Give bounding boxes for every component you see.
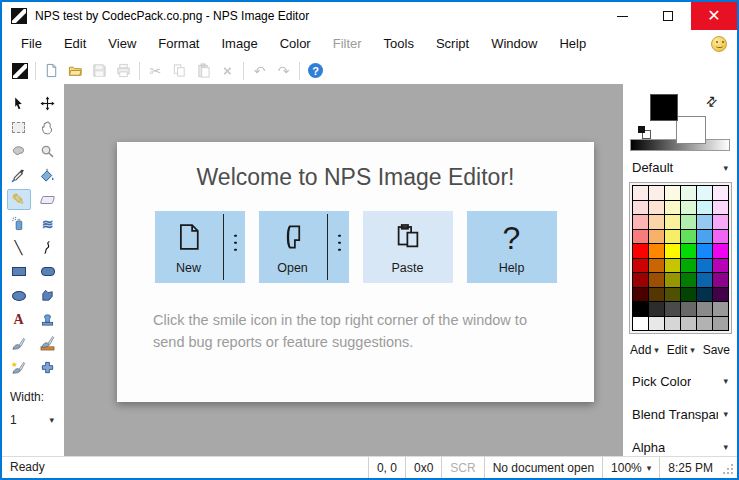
palette-color-11[interactable]: [713, 201, 728, 215]
palette-color-54[interactable]: [633, 317, 648, 331]
palette-color-27[interactable]: [681, 244, 696, 258]
palette-color-51[interactable]: [681, 302, 696, 316]
tool-rounded-rectangle[interactable]: [36, 261, 60, 282]
palette-color-26[interactable]: [665, 244, 680, 258]
palette-color-42[interactable]: [633, 288, 648, 302]
palette-color-9[interactable]: [681, 201, 696, 215]
help-button[interactable]: ?: [304, 60, 327, 82]
tool-line[interactable]: ╲: [7, 237, 31, 258]
tile-dropdown-dots-icon[interactable]: [234, 234, 237, 251]
tool-brush[interactable]: [7, 333, 31, 354]
palette-color-33[interactable]: [681, 259, 696, 273]
smiley-feedback-icon[interactable]: [711, 36, 727, 52]
tool-polygon[interactable]: [36, 285, 60, 306]
palette-action-edit[interactable]: Edit▾: [667, 343, 695, 357]
pick-color-dropdown[interactable]: Pick Color▾: [623, 372, 737, 390]
palette-color-2[interactable]: [665, 186, 680, 200]
tool-ellipse[interactable]: [7, 285, 31, 306]
blend-transparency-dropdown[interactable]: Blend Transparency▾: [623, 405, 737, 423]
palette-color-32[interactable]: [665, 259, 680, 273]
menu-item-help[interactable]: Help: [548, 32, 597, 55]
palette-color-31[interactable]: [649, 259, 664, 273]
palette-color-45[interactable]: [681, 288, 696, 302]
palette-color-5[interactable]: [713, 186, 728, 200]
welcome-tile-help[interactable]: ?Help: [467, 211, 557, 283]
close-button[interactable]: ✕: [691, 2, 737, 30]
palette-color-3[interactable]: [681, 186, 696, 200]
palette-color-39[interactable]: [681, 273, 696, 287]
palette-action-save[interactable]: Save: [703, 343, 730, 357]
welcome-tile-paste[interactable]: Paste: [363, 211, 453, 283]
palette-action-add[interactable]: Add▾: [630, 343, 659, 357]
tool-rectangle[interactable]: [7, 261, 31, 282]
palette-color-34[interactable]: [697, 259, 712, 273]
background-color-swatch[interactable]: [676, 116, 706, 144]
menu-item-edit[interactable]: Edit: [53, 32, 97, 55]
resize-grip[interactable]: [721, 457, 737, 478]
palette-color-37[interactable]: [649, 273, 664, 287]
tool-smudge[interactable]: ≋: [36, 213, 60, 234]
maximize-button[interactable]: [645, 2, 691, 30]
tool-pan[interactable]: [36, 117, 60, 138]
palette-color-19[interactable]: [649, 230, 664, 244]
palette-color-24[interactable]: [633, 244, 648, 258]
tile-dropdown-dots-icon[interactable]: [338, 234, 341, 251]
tool-select[interactable]: [7, 93, 31, 114]
palette-color-57[interactable]: [681, 317, 696, 331]
palette-color-30[interactable]: [633, 259, 648, 273]
tool-add-shape[interactable]: [36, 357, 60, 378]
welcome-tile-new[interactable]: New: [155, 211, 245, 283]
tool-spray[interactable]: [7, 213, 31, 234]
app-logo-button[interactable]: [8, 60, 31, 82]
tool-texture-brush[interactable]: [36, 333, 60, 354]
foreground-color-swatch[interactable]: [650, 94, 678, 121]
menu-item-tools[interactable]: Tools: [373, 32, 425, 55]
palette-color-43[interactable]: [649, 288, 664, 302]
palette-color-35[interactable]: [713, 259, 728, 273]
palette-color-15[interactable]: [681, 215, 696, 229]
menu-item-image[interactable]: Image: [210, 32, 268, 55]
palette-color-20[interactable]: [665, 230, 680, 244]
palette-color-25[interactable]: [649, 244, 664, 258]
tool-fill[interactable]: [36, 165, 60, 186]
open-button[interactable]: [64, 60, 87, 82]
palette-color-59[interactable]: [713, 317, 728, 331]
tool-rect-select[interactable]: [7, 117, 31, 138]
palette-color-56[interactable]: [665, 317, 680, 331]
palette-preset-dropdown[interactable]: Default ▾: [623, 160, 737, 175]
palette-color-29[interactable]: [713, 244, 728, 258]
menu-item-file[interactable]: File: [10, 32, 53, 55]
palette-color-10[interactable]: [697, 201, 712, 215]
palette-color-23[interactable]: [713, 230, 728, 244]
palette-color-0[interactable]: [633, 186, 648, 200]
palette-color-7[interactable]: [649, 201, 664, 215]
menu-item-color[interactable]: Color: [269, 32, 322, 55]
alpha-dropdown[interactable]: Alpha▾: [623, 438, 737, 456]
tool-pencil[interactable]: ✎: [7, 189, 31, 210]
menu-item-window[interactable]: Window: [480, 32, 548, 55]
menu-item-script[interactable]: Script: [425, 32, 480, 55]
palette-color-41[interactable]: [713, 273, 728, 287]
palette-color-4[interactable]: [697, 186, 712, 200]
palette-color-47[interactable]: [713, 288, 728, 302]
tool-lasso[interactable]: [7, 141, 31, 162]
tool-text[interactable]: A: [7, 309, 31, 330]
status-cell-4[interactable]: 100%▾: [602, 457, 659, 478]
minimize-button[interactable]: [599, 2, 645, 30]
tool-magic-brush[interactable]: ★: [7, 357, 31, 378]
palette-color-53[interactable]: [713, 302, 728, 316]
tool-zoom[interactable]: [36, 141, 60, 162]
tool-move[interactable]: [36, 93, 60, 114]
palette-color-1[interactable]: [649, 186, 664, 200]
tool-curve[interactable]: [36, 237, 60, 258]
palette-color-21[interactable]: [681, 230, 696, 244]
palette-color-44[interactable]: [665, 288, 680, 302]
menu-item-format[interactable]: Format: [147, 32, 210, 55]
width-dropdown[interactable]: 1 ▾: [10, 413, 56, 427]
palette-color-17[interactable]: [713, 215, 728, 229]
titlebar[interactable]: NPS test by CodecPack.co.png - NPS Image…: [2, 2, 737, 30]
tool-eraser[interactable]: [36, 189, 60, 210]
palette-color-12[interactable]: [633, 215, 648, 229]
palette-color-22[interactable]: [697, 230, 712, 244]
new-button[interactable]: [40, 60, 63, 82]
